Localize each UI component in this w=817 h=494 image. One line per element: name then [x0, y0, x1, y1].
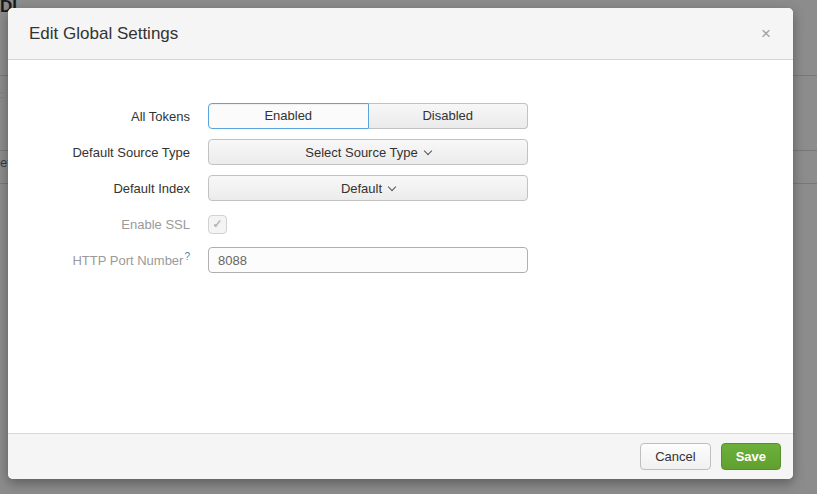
form-row-default-source-type: Default Source Type Select Source Type [8, 139, 793, 165]
chevron-down-icon [424, 146, 432, 154]
form-row-default-index: Default Index Default [8, 175, 793, 201]
http-port-label-text: HTTP Port Number [72, 254, 183, 269]
enable-ssl-checkbox: ✓ [208, 215, 227, 234]
modal-title: Edit Global Settings [29, 24, 757, 44]
modal-body: All Tokens Enabled Disabled Default Sour… [8, 60, 793, 433]
enable-ssl-label: Enable SSL [8, 217, 208, 232]
close-icon[interactable]: × [757, 23, 775, 44]
edit-global-settings-modal: Edit Global Settings × All Tokens Enable… [8, 8, 793, 479]
chevron-down-icon [388, 182, 396, 190]
all-tokens-enabled-button[interactable]: Enabled [208, 103, 369, 129]
modal-footer: Cancel Save [8, 433, 793, 479]
default-source-type-value: Select Source Type [305, 145, 418, 160]
check-icon: ✓ [212, 217, 222, 231]
modal-header: Edit Global Settings × [8, 8, 793, 60]
form-row-all-tokens: All Tokens Enabled Disabled [8, 103, 793, 129]
all-tokens-toggle: Enabled Disabled [208, 103, 528, 129]
default-index-label: Default Index [8, 181, 208, 196]
help-icon: ? [184, 251, 190, 262]
default-index-value: Default [341, 181, 382, 196]
cancel-button[interactable]: Cancel [640, 443, 710, 470]
form-row-http-port: HTTP Port Number? [8, 247, 793, 273]
http-port-label: HTTP Port Number? [8, 251, 208, 268]
default-index-dropdown[interactable]: Default [208, 175, 528, 201]
form-row-enable-ssl: Enable SSL ✓ [8, 211, 793, 237]
all-tokens-disabled-button[interactable]: Disabled [369, 103, 529, 129]
save-button[interactable]: Save [721, 443, 781, 470]
http-port-input [208, 247, 528, 273]
all-tokens-label: All Tokens [8, 109, 208, 124]
default-source-type-dropdown[interactable]: Select Source Type [208, 139, 528, 165]
default-source-type-label: Default Source Type [8, 145, 208, 160]
